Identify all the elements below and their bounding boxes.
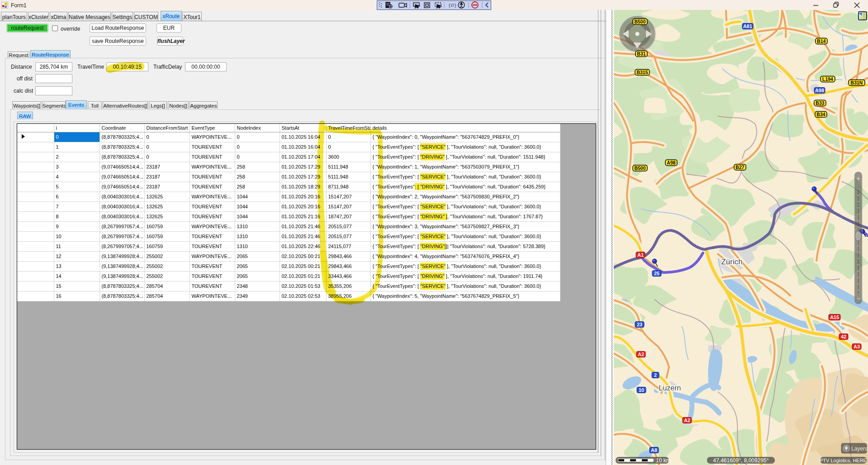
svg-text:47,461609°, 8,009295°: 47,461609°, 8,009295°	[713, 457, 768, 464]
svg-text:A3: A3	[854, 344, 860, 349]
svg-text:Layers: Layers	[851, 446, 868, 452]
svg-text:B500: B500	[634, 19, 645, 24]
svg-text:A2: A2	[684, 418, 690, 423]
svg-text:B33: B33	[816, 100, 824, 106]
svg-text:A98: A98	[667, 160, 675, 165]
svg-text:B500: B500	[634, 165, 645, 171]
svg-text:A1: A1	[637, 252, 644, 258]
svg-text:A98: A98	[815, 88, 824, 93]
svg-text:A8: A8	[651, 447, 657, 453]
svg-text:B31: B31	[637, 51, 645, 56]
svg-text:Zürich: Zürich	[721, 258, 742, 266]
svg-text:A15: A15	[830, 315, 839, 320]
svg-text:25: 25	[654, 271, 659, 276]
svg-text:A81: A81	[743, 23, 752, 29]
svg-text:B315: B315	[636, 70, 648, 75]
svg-text:23: 23	[637, 322, 642, 327]
svg-text:A2: A2	[638, 352, 644, 357]
svg-text:+: +	[856, 175, 860, 182]
svg-text:Luzern: Luzern	[659, 384, 681, 392]
svg-text:−: −	[856, 295, 860, 302]
svg-text:42: 42	[841, 334, 846, 339]
svg-text:B27: B27	[735, 164, 744, 170]
svg-text:B14: B14	[817, 38, 825, 44]
svg-text:{∅}: {∅}	[448, 4, 457, 8]
svg-text:2: 2	[654, 372, 657, 378]
svg-text:L194: L194	[822, 76, 833, 82]
svg-text:B34: B34	[816, 112, 825, 117]
svg-text:PTV Logistics, HERE: PTV Logistics, HERE	[820, 458, 867, 463]
svg-text:10: 10	[639, 387, 644, 393]
svg-text:B31N: B31N	[851, 80, 863, 85]
svg-text:10 km: 10 km	[656, 457, 671, 464]
